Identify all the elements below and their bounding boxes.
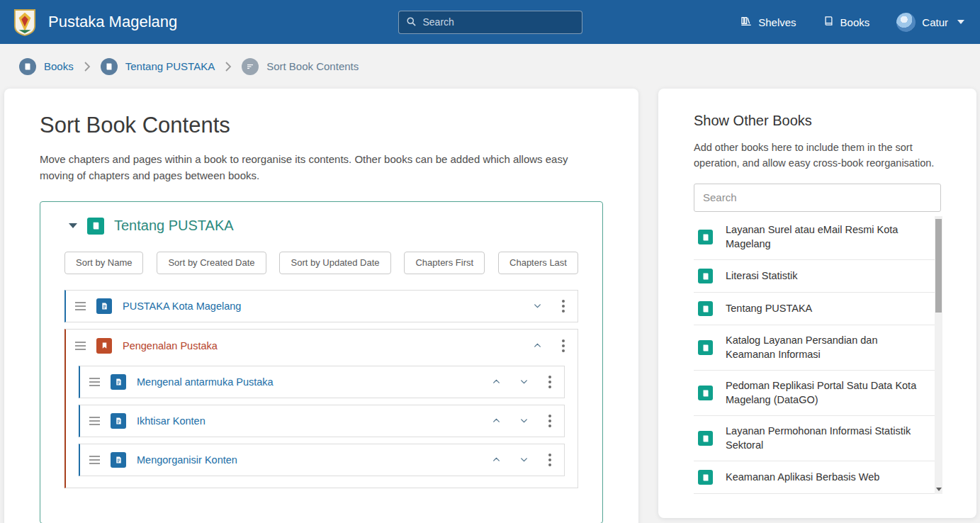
app-logo[interactable] — [11, 6, 38, 38]
page-title: Sort Book Contents — [40, 113, 603, 138]
chapter-children: Mengenal antarmuka Pustaka — [66, 362, 578, 488]
book-item-label: Pedoman Replikasi Portal Satu Data Kota … — [726, 379, 921, 407]
page-icon — [111, 374, 126, 390]
breadcrumb-book-tentang-pustaka[interactable]: Tentang PUSTAKA — [101, 58, 215, 75]
move-up-icon[interactable] — [492, 377, 501, 386]
breadcrumb-books[interactable]: Books — [19, 58, 74, 75]
chapter-icon — [96, 338, 112, 354]
shelves-icon — [740, 16, 752, 29]
book-item-label: Literasi Statistik — [726, 269, 798, 283]
row-menu-icon[interactable] — [547, 452, 553, 468]
book-icon — [698, 230, 713, 244]
book-item-label: Layanan Surel atau eMail Resmi Kota Mage… — [726, 223, 921, 251]
other-books-search — [694, 184, 941, 212]
drag-handle-icon[interactable] — [89, 456, 100, 464]
book-icon — [698, 269, 713, 283]
sort-row-page[interactable]: Ikhtisar Konten — [79, 405, 565, 437]
sort-by-created-date-button[interactable]: Sort by Created Date — [157, 252, 266, 274]
other-books-list: Layanan Surel atau eMail Resmi Kota Mage… — [694, 215, 941, 495]
scrollbar-arrow-down-icon[interactable] — [936, 488, 942, 491]
panel-title: Show Other Books — [694, 113, 941, 129]
search-icon — [406, 16, 417, 30]
list-item-book[interactable]: Literasi Statistik — [694, 260, 941, 293]
breadcrumb-book-label: Tentang PUSTAKA — [125, 60, 215, 72]
row-menu-icon[interactable] — [561, 338, 566, 354]
book-icon — [823, 16, 834, 28]
list-item-book[interactable]: Layanan Permohonan Informasi Statistik S… — [694, 416, 941, 461]
chevron-down-icon — [957, 20, 964, 24]
sort-chapter-block: Pengenalan Pustaka Mengenal — [64, 329, 578, 488]
sort-box: Tentang PUSTAKA Sort by Name Sort by Cre… — [40, 201, 603, 523]
move-down-icon[interactable] — [533, 301, 542, 310]
book-item-label: Katalog Layanan Persandian dan Keamanan … — [726, 334, 921, 361]
drag-handle-icon[interactable] — [89, 378, 100, 386]
scrollbar-track[interactable] — [935, 216, 942, 495]
sort-row-page[interactable]: PUSTAKA Kota Magelang — [64, 290, 578, 322]
book-item-label: Layanan Permohonan Informasi Statistik S… — [726, 424, 921, 452]
sort-by-name-button[interactable]: Sort by Name — [64, 252, 143, 274]
move-down-icon[interactable] — [519, 416, 529, 425]
sort-row-page[interactable]: Mengenal antarmuka Pustaka — [79, 366, 565, 398]
move-up-icon[interactable] — [492, 416, 501, 425]
book-item-label: Keamanan Aplikasi Berbasis Web — [726, 471, 879, 485]
sort-book-header: Tentang PUSTAKA — [64, 218, 578, 235]
breadcrumb-books-label: Books — [44, 60, 74, 72]
chevron-right-icon — [225, 61, 232, 72]
sort-row-label: Pengenalan Pustaka — [123, 340, 218, 352]
sort-by-updated-date-button[interactable]: Sort by Updated Date — [279, 252, 390, 274]
scrollbar-thumb[interactable] — [935, 219, 942, 313]
drag-handle-icon[interactable] — [89, 417, 100, 425]
list-item-book[interactable]: Layanan Surel atau eMail Resmi Kota Mage… — [694, 215, 941, 260]
sort-row-label: Ikhtisar Konten — [137, 415, 205, 427]
nav-books[interactable]: Books — [823, 16, 870, 28]
chevron-right-icon — [84, 61, 91, 72]
book-icon — [87, 218, 104, 235]
sort-row-label: PUSTAKA Kota Magelang — [123, 300, 241, 312]
sort-row-chapter[interactable]: Pengenalan Pustaka — [66, 330, 578, 362]
chapters-last-button[interactable]: Chapters Last — [498, 252, 578, 274]
list-item-book[interactable]: Keamanan Aplikasi Berbasis Web — [694, 461, 941, 494]
page-icon — [111, 413, 126, 429]
book-item-label: Tentang PUSTAKA — [726, 302, 812, 316]
book-icon — [698, 386, 713, 400]
header-nav: Shelves Books Catur — [740, 13, 964, 32]
sort-book-contents-card: Sort Book Contents Move chapters and pag… — [4, 89, 638, 523]
move-down-icon[interactable] — [519, 455, 529, 464]
row-menu-icon[interactable] — [547, 374, 553, 390]
other-books-search-input[interactable] — [694, 184, 941, 212]
sort-row-page[interactable]: Mengorganisir Konten — [79, 444, 565, 476]
row-menu-icon[interactable] — [561, 298, 566, 314]
list-item-book[interactable]: Pedoman Replikasi Portal Satu Data Kota … — [694, 371, 941, 416]
list-item-book[interactable]: Tentang PUSTAKA — [694, 293, 941, 325]
move-up-icon[interactable] — [533, 341, 542, 350]
drag-handle-icon[interactable] — [75, 342, 86, 350]
book-icon — [698, 301, 713, 316]
caret-down-icon[interactable] — [69, 223, 77, 228]
move-up-icon[interactable] — [492, 455, 501, 464]
avatar — [896, 13, 916, 32]
sort-actions: Sort by Name Sort by Created Date Sort b… — [64, 252, 578, 274]
row-menu-icon[interactable] — [547, 413, 553, 429]
sort-row-label: Mengenal antarmuka Pustaka — [137, 376, 274, 388]
page-icon — [111, 452, 126, 468]
book-icon — [19, 58, 36, 75]
app-title[interactable]: Pustaka Magelang — [48, 13, 177, 31]
page-description: Move chapters and pages within a book to… — [40, 151, 582, 184]
move-down-icon[interactable] — [519, 377, 529, 386]
city-emblem-icon — [13, 8, 36, 36]
user-menu[interactable]: Catur — [896, 13, 964, 32]
nav-books-label: Books — [840, 16, 870, 28]
sort-icon — [242, 58, 259, 75]
sort-row-label: Mengorganisir Konten — [137, 454, 237, 466]
user-name: Catur — [922, 16, 948, 28]
app-header: Pustaka Magelang Shelves Bo — [0, 0, 980, 44]
header-search-input[interactable] — [398, 11, 582, 34]
nav-shelves[interactable]: Shelves — [740, 16, 796, 29]
show-other-books-card: Show Other Books Add other books here to… — [658, 89, 976, 518]
sort-book-title: Tentang PUSTAKA — [114, 218, 234, 234]
book-icon — [698, 340, 713, 355]
header-search — [398, 11, 582, 34]
list-item-book[interactable]: Katalog Layanan Persandian dan Keamanan … — [694, 325, 941, 371]
drag-handle-icon[interactable] — [75, 302, 86, 310]
chapters-first-button[interactable]: Chapters First — [404, 252, 485, 274]
